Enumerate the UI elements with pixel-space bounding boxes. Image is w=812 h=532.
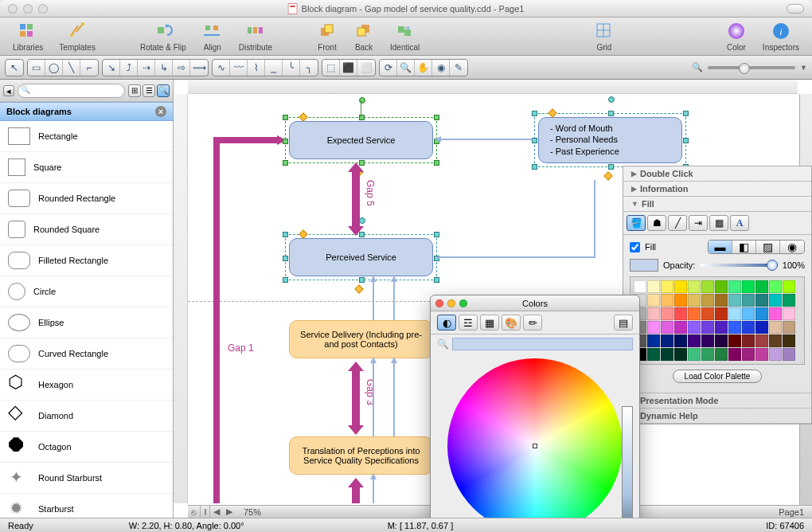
zoom-slider[interactable] bbox=[708, 66, 795, 69]
close-button[interactable] bbox=[8, 4, 18, 14]
palette-swatch[interactable] bbox=[674, 348, 687, 361]
magnifier-icon[interactable]: 🔍 bbox=[437, 338, 449, 350]
colors-spectrum-tab[interactable]: 🎨 bbox=[502, 315, 521, 331]
palette-swatch[interactable] bbox=[688, 321, 701, 334]
palette-swatch[interactable] bbox=[755, 348, 768, 361]
palette-swatch[interactable] bbox=[783, 294, 795, 307]
palette-swatch[interactable] bbox=[634, 280, 646, 293]
inspector-section-presentation[interactable]: ▶Presentation Mode bbox=[623, 393, 811, 409]
pick-tool[interactable]: ◉ bbox=[432, 59, 450, 76]
wheel-picker-dot[interactable] bbox=[533, 444, 537, 448]
palette-swatch[interactable] bbox=[742, 348, 755, 361]
grid-button[interactable]: Grid bbox=[588, 21, 621, 52]
colors-crayons-tab[interactable]: ✏ bbox=[523, 315, 542, 331]
palette-swatch[interactable] bbox=[755, 294, 768, 307]
opacity-slider[interactable] bbox=[700, 264, 778, 267]
polyline-tool[interactable]: ⌐ bbox=[80, 59, 98, 76]
tab-text[interactable]: A bbox=[730, 215, 749, 231]
shape-starburst[interactable]: Starburst bbox=[0, 494, 173, 518]
palette-swatch[interactable] bbox=[688, 334, 701, 347]
back-button[interactable]: Back bbox=[347, 21, 381, 52]
connector-group[interactable]: ↘⤴ ⇢↳ ⇨⟿ bbox=[102, 59, 209, 76]
palette-swatch[interactable] bbox=[661, 321, 673, 334]
front-button[interactable]: Front bbox=[310, 21, 344, 52]
translation-box[interactable]: Translation of Perceptions into Service … bbox=[289, 436, 433, 475]
palette-swatch[interactable] bbox=[755, 307, 768, 320]
shape-circle[interactable]: Circle bbox=[0, 276, 173, 307]
pointer-tool[interactable]: ↖ bbox=[6, 59, 23, 76]
shape-rounded-rectangle[interactable]: Rounded Rectangle bbox=[0, 183, 173, 214]
palette-swatch[interactable] bbox=[715, 294, 728, 307]
prev-page-button[interactable]: ◀ bbox=[210, 506, 223, 518]
conn4-tool[interactable]: ↳ bbox=[155, 59, 173, 76]
palette-swatch[interactable] bbox=[742, 334, 755, 347]
library-collapse-button[interactable]: ◂ bbox=[3, 85, 14, 96]
zoom-level[interactable]: 75% bbox=[236, 507, 269, 517]
palette-swatch[interactable] bbox=[701, 334, 714, 347]
palette-swatch[interactable] bbox=[674, 294, 687, 307]
fill-gradient[interactable]: ◧ bbox=[732, 241, 756, 253]
palette-swatch[interactable] bbox=[647, 348, 660, 361]
palette-swatch[interactable] bbox=[728, 321, 741, 334]
palette-swatch[interactable] bbox=[661, 307, 673, 320]
tab-image[interactable]: ▦ bbox=[709, 215, 728, 231]
palette-swatch[interactable] bbox=[742, 321, 755, 334]
tab-fill[interactable]: 🪣 bbox=[627, 215, 646, 231]
palette-swatch[interactable] bbox=[783, 321, 795, 334]
palette-swatch[interactable] bbox=[715, 307, 728, 320]
library-section-header[interactable]: Block diagrams × bbox=[0, 102, 173, 121]
line-tool[interactable]: ╲ bbox=[63, 59, 80, 76]
toolbar-toggle-button[interactable] bbox=[787, 4, 804, 14]
identical-button[interactable]: Identical bbox=[384, 21, 426, 52]
palette-swatch[interactable] bbox=[674, 334, 687, 347]
tab-shadow[interactable]: ☗ bbox=[647, 215, 666, 231]
inspector-section-help[interactable]: ▶Dynamic Help bbox=[623, 409, 811, 424]
fill-hatch[interactable]: ▨ bbox=[756, 241, 780, 253]
palette-swatch[interactable] bbox=[728, 294, 741, 307]
edit-group[interactable]: ⬚⬛⬜ bbox=[322, 59, 376, 76]
zoom-out-icon[interactable]: 🔍 bbox=[692, 62, 703, 72]
palette-swatch[interactable] bbox=[674, 307, 687, 320]
libraries-button[interactable]: Libraries bbox=[6, 21, 49, 52]
palette-swatch[interactable] bbox=[674, 321, 687, 334]
templates-button[interactable]: Templates bbox=[53, 21, 102, 52]
palette-swatch[interactable] bbox=[715, 348, 728, 361]
palette-swatch[interactable] bbox=[769, 294, 782, 307]
palette-swatch[interactable] bbox=[755, 334, 768, 347]
palette-swatch[interactable] bbox=[742, 280, 755, 293]
service-delivery-box[interactable]: Service Delivery (Including pre- and pos… bbox=[289, 320, 433, 358]
palette-swatch[interactable] bbox=[688, 348, 701, 361]
shape-diamond[interactable]: Diamond bbox=[0, 401, 173, 432]
palette-swatch[interactable] bbox=[755, 280, 768, 293]
color-button[interactable]: Color bbox=[720, 21, 753, 52]
palette-swatch[interactable] bbox=[742, 307, 755, 320]
fill-solid[interactable]: ▬ bbox=[709, 241, 732, 253]
current-color-bar[interactable] bbox=[452, 338, 633, 350]
shape-round-starburst[interactable]: Round Starburst bbox=[0, 463, 173, 494]
palette-swatch[interactable] bbox=[701, 307, 714, 320]
palette-swatch[interactable] bbox=[783, 348, 795, 361]
shape-rectangle[interactable]: Rectangle bbox=[0, 121, 173, 152]
traffic-lights[interactable] bbox=[0, 4, 48, 14]
palette-swatch[interactable] bbox=[661, 348, 673, 361]
fill-radial[interactable]: ◉ bbox=[780, 241, 804, 253]
palette-swatch[interactable] bbox=[715, 280, 728, 293]
color-wheel[interactable] bbox=[447, 358, 623, 518]
conn3-tool[interactable]: ⇢ bbox=[138, 59, 155, 76]
fill-enable-checkbox[interactable] bbox=[630, 242, 640, 252]
conn2-tool[interactable]: ⤴ bbox=[120, 59, 138, 76]
palette-swatch[interactable] bbox=[674, 280, 687, 293]
inspector-section-fill[interactable]: ▼Fill bbox=[623, 197, 811, 212]
palette-swatch[interactable] bbox=[701, 280, 714, 293]
load-palette-button[interactable]: Load Color Palette bbox=[673, 370, 763, 383]
shape-group[interactable]: ▭ ◯ ╲ ⌐ bbox=[27, 59, 99, 76]
zoom-slider-group[interactable]: 🔍 ▼ bbox=[692, 62, 807, 72]
shape-hexagon[interactable]: Hexagon bbox=[0, 370, 173, 401]
ellipse-tool[interactable]: ◯ bbox=[45, 59, 63, 76]
palette-swatch[interactable] bbox=[688, 307, 701, 320]
palette-swatch[interactable] bbox=[728, 334, 741, 347]
path-group[interactable]: ∿〰⌇ ⎯╰╮ bbox=[212, 59, 318, 76]
palette-swatch[interactable] bbox=[661, 294, 673, 307]
scroll-anchor[interactable]: ⎋ bbox=[188, 506, 201, 518]
library-view-modes[interactable]: ⊞ ☰ 🔍 bbox=[128, 84, 170, 97]
